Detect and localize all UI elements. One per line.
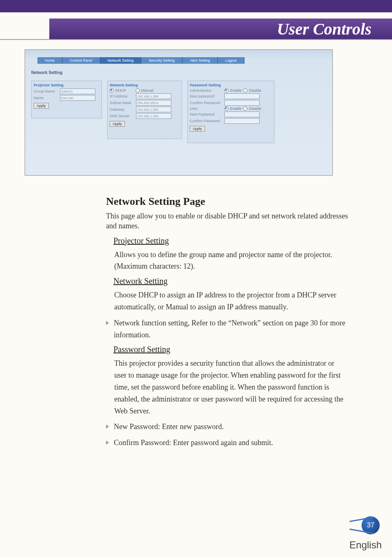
header-title: User Controls [277, 19, 371, 39]
panel-projector-title: Projector Setting [34, 83, 99, 87]
btn-apply-network[interactable]: Apply [110, 121, 125, 127]
bullet-network-ref: Network function setting, Refer to the “… [106, 317, 352, 341]
panel-network: Network Setting DHCP Manual IP Address S… [107, 81, 182, 139]
sec-projector-body: Allows you to define the group name and … [114, 249, 348, 273]
lbl-dns: DNS Server [110, 114, 134, 118]
radio-admin-disable[interactable] [243, 88, 247, 93]
bullet-newpw-text: New Password: Enter new password. [114, 421, 224, 433]
tab-alert-setting[interactable]: Alert Setting [182, 57, 218, 64]
page-number-badge: 37 [362, 516, 380, 534]
lbl-user: User [190, 107, 223, 111]
in-name[interactable] [60, 95, 95, 101]
in-mask[interactable] [136, 100, 171, 106]
radio-admin-enable[interactable] [224, 88, 228, 93]
embedded-screenshot: Home Control Panel Network Setting Secur… [25, 49, 333, 176]
in-newpw[interactable] [224, 93, 260, 99]
panel-projector: Projector Setting Group Name Name Apply [31, 81, 102, 118]
lbl-group-name: Group Name [34, 89, 58, 93]
lbl-manual: Manual [141, 88, 154, 93]
sec-password-head: Password Setting [94, 345, 344, 354]
lbl-admin: Administrator [190, 88, 223, 93]
tab-security-setting[interactable]: Security Setting [141, 57, 182, 64]
in-group-name[interactable] [60, 88, 95, 94]
arrow-icon [106, 321, 109, 325]
ss-section-title: Network Setting [31, 70, 62, 75]
tab-network-setting[interactable]: Network Setting [100, 57, 142, 64]
arrow-icon [106, 425, 109, 429]
sec-network-body: Choose DHCP to assign an IP address to t… [114, 289, 348, 313]
radio-user-disable[interactable] [243, 107, 247, 111]
panel-password-title: Password Setting [190, 83, 272, 87]
bullet-confirm-text: Confirm Password: Enter password again a… [114, 437, 273, 449]
bullet-confirm: Confirm Password: Enter password again a… [106, 437, 352, 449]
sec-network-head: Network Setting [94, 276, 344, 286]
lbl-newpw2: New Password [190, 112, 223, 116]
bullet-network-text: Network function setting, Refer to the “… [114, 317, 352, 341]
btn-apply-password[interactable]: Apply [190, 126, 205, 132]
lbl-admin-enable: Enable [230, 88, 242, 93]
arrow-icon [106, 441, 109, 445]
radio-manual[interactable] [136, 88, 140, 93]
top-purple-band [0, 0, 392, 12]
page-number: 37 [367, 522, 374, 529]
lbl-confirm: Confirm Password [190, 101, 223, 105]
radio-user-enable[interactable] [224, 107, 228, 111]
page-heading: Network Setting Page [106, 195, 357, 208]
intro-text: This page allow you to enable or disable… [106, 211, 357, 231]
btn-apply-projector[interactable]: Apply [34, 103, 49, 109]
lbl-mask: Subnet Mask [110, 101, 134, 105]
panel-password: Password Setting Administrator Enable Di… [187, 81, 274, 143]
sec-projector-head: Projector Setting [94, 236, 344, 246]
lbl-user-enable: Enable [230, 107, 242, 111]
language-label: English [349, 539, 382, 551]
lbl-admin-disable: Disable [249, 88, 261, 93]
lbl-gw: Gateway [110, 107, 134, 111]
in-confirm2[interactable] [224, 118, 260, 124]
lbl-ip: IP Address [110, 94, 134, 98]
in-ip[interactable] [136, 93, 171, 99]
in-dns[interactable] [136, 113, 171, 119]
in-confirm[interactable] [224, 100, 260, 106]
radio-dhcp[interactable] [110, 88, 114, 93]
in-newpw2[interactable] [224, 111, 260, 117]
lbl-name: Name [34, 96, 58, 100]
sec-password-body: This projector provides a security funct… [114, 357, 348, 417]
in-gw[interactable] [136, 107, 171, 112]
doc-content: Network Setting Page This page allow you… [106, 195, 357, 453]
lbl-confirm2: Confirm Password [190, 119, 223, 123]
header-divider [0, 39, 392, 40]
lbl-newpw: New password [190, 94, 223, 98]
panel-network-title: Network Setting [110, 83, 180, 87]
lbl-user-disable: Disable [249, 107, 261, 111]
tab-control-panel[interactable]: Control Panel [62, 57, 100, 64]
header-band: User Controls [49, 19, 392, 39]
tab-home[interactable]: Home [37, 57, 62, 64]
tab-logout[interactable]: Logout [218, 57, 244, 64]
bullet-newpw: New Password: Enter new password. [106, 421, 352, 433]
lbl-dhcp: DHCP [115, 88, 126, 93]
ss-tabs: Home Control Panel Network Setting Secur… [37, 57, 244, 64]
